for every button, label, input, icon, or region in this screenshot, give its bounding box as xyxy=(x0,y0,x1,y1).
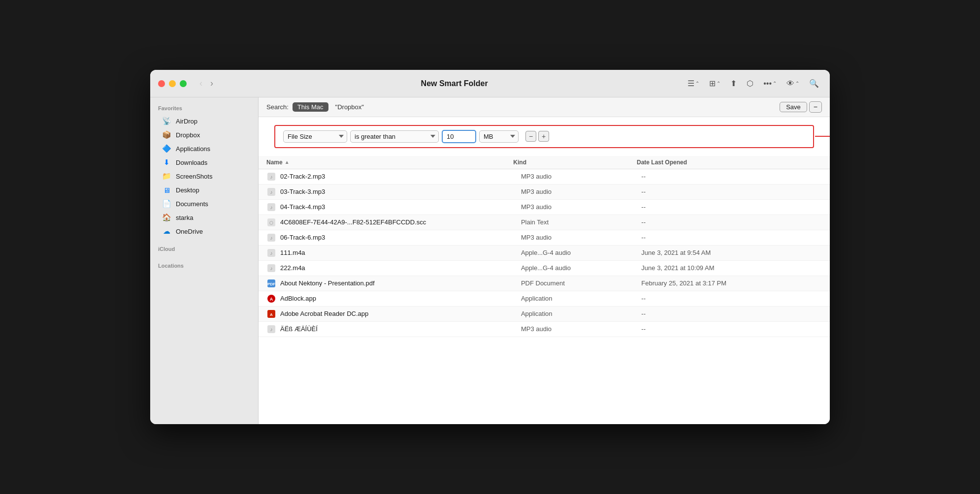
sidebar-label-desktop: Desktop xyxy=(176,186,199,194)
sidebar-item-desktop[interactable]: 🖥 Desktop xyxy=(154,183,254,197)
file-name: ÄËß ÆÄÍÙÈÍ xyxy=(280,325,521,333)
back-button[interactable]: ‹ xyxy=(196,76,205,91)
filter-minus-button[interactable]: − xyxy=(525,131,536,142)
file-date: -- xyxy=(641,173,822,180)
filter-value-input[interactable] xyxy=(442,130,476,143)
save-button[interactable]: Save xyxy=(780,102,807,112)
file-list: Name ▲ Kind Date Last Opened ♪02-Track-2… xyxy=(259,156,830,424)
search-minus-button[interactable]: − xyxy=(809,101,822,113)
table-row[interactable]: AAdBlock.appApplication-- xyxy=(259,291,830,307)
filter-unit-select[interactable]: MB KB GB xyxy=(479,130,519,143)
file-name: 02-Track-2.mp3 xyxy=(280,173,521,180)
eye-chevron: ⌃ xyxy=(795,81,799,86)
filter-plus-button[interactable]: + xyxy=(538,131,549,142)
file-name: Adobe Acrobat Reader DC.app xyxy=(280,310,521,317)
sidebar-item-applications[interactable]: 🔷 Applications xyxy=(154,142,254,155)
table-row[interactable]: ♪03-Track-3.mp3MP3 audio-- xyxy=(259,185,830,200)
sidebar-label-airdrop: AirDrop xyxy=(176,118,197,125)
arrow-line xyxy=(815,136,830,137)
eye-button[interactable]: 👁 ⌃ xyxy=(784,77,802,90)
dropbox-icon: 📦 xyxy=(162,130,171,139)
share-button[interactable]: ⬆ xyxy=(727,77,740,90)
sidebar-item-home[interactable]: 🏠 starka xyxy=(154,211,254,224)
filter-attribute-select[interactable]: File Size xyxy=(283,130,347,143)
traffic-lights xyxy=(158,80,187,87)
filter-condition-select[interactable]: is greater than xyxy=(350,130,439,143)
maximize-button[interactable] xyxy=(180,80,187,87)
file-kind: MP3 audio xyxy=(521,234,641,241)
minimize-button[interactable] xyxy=(169,80,176,87)
col-header-date[interactable]: Date Last Opened xyxy=(637,159,822,166)
dropbox-button[interactable]: "Dropbox" xyxy=(332,102,367,112)
sidebar-item-airdrop[interactable]: 📡 AirDrop xyxy=(154,114,254,128)
list-view-icon: ☰ xyxy=(687,79,694,88)
title-bar: ‹ › New Smart Folder ☰ ⌃ ⊞ ⌃ ⬆ ⬡ ••• ⌃ xyxy=(150,70,830,97)
grid-view-icon: ⊞ xyxy=(709,79,716,88)
sidebar-item-downloads[interactable]: ⬇ Downloads xyxy=(154,155,254,169)
file-kind: Apple...G-4 audio xyxy=(521,264,641,272)
svg-text:♪: ♪ xyxy=(270,250,273,256)
home-icon: 🏠 xyxy=(162,213,171,222)
table-row[interactable]: ♪222.m4aApple...G-4 audioJune 3, 2021 at… xyxy=(259,261,830,276)
file-kind: Plain Text xyxy=(521,218,641,226)
table-row[interactable]: ♪06-Track-6.mp3MP3 audio-- xyxy=(259,230,830,246)
table-row[interactable]: PDFAbout Nektony - Presentation.pdfPDF D… xyxy=(259,276,830,291)
file-kind: Apple...G-4 audio xyxy=(521,249,641,256)
sidebar-section-icloud: iCloud xyxy=(150,244,258,255)
file-icon: ♪ xyxy=(266,187,276,197)
file-icon: ♪ xyxy=(266,202,276,212)
list-view-button[interactable]: ☰ ⌃ xyxy=(685,77,702,90)
table-row[interactable]: ♪02-Track-2.mp3MP3 audio-- xyxy=(259,169,830,185)
more-chevron: ⌃ xyxy=(773,81,777,86)
toolbar-right: ☰ ⌃ ⊞ ⌃ ⬆ ⬡ ••• ⌃ 👁 ⌃ 🔍 xyxy=(685,77,822,90)
file-icon: ♪ xyxy=(266,263,276,273)
grid-view-button[interactable]: ⊞ ⌃ xyxy=(706,77,723,90)
file-date: -- xyxy=(641,203,822,211)
table-row[interactable]: ♪ÄËß ÆÄÍÙÈÍMP3 audio-- xyxy=(259,322,830,337)
file-kind: MP3 audio xyxy=(521,188,641,195)
file-date: February 25, 2021 at 3:17 PM xyxy=(641,279,822,287)
svg-text:♪: ♪ xyxy=(270,266,273,271)
file-name: 06-Track-6.mp3 xyxy=(280,234,521,241)
file-name: 222.m4a xyxy=(280,264,521,272)
file-date: -- xyxy=(641,295,822,302)
screenshots-icon: 📁 xyxy=(162,172,171,181)
filter-actions: − + xyxy=(525,131,549,142)
close-button[interactable] xyxy=(158,80,165,87)
tag-button[interactable]: ⬡ xyxy=(744,77,756,90)
table-row[interactable]: ♪111.m4aApple...G-4 audioJune 3, 2021 at… xyxy=(259,246,830,261)
sidebar-label-home: starka xyxy=(176,214,193,221)
forward-button[interactable]: › xyxy=(207,76,216,91)
file-date: -- xyxy=(641,234,822,241)
svg-text:♪: ♪ xyxy=(270,327,273,332)
sidebar-label-downloads: Downloads xyxy=(176,159,207,166)
file-name: About Nektony - Presentation.pdf xyxy=(280,279,521,287)
svg-text:♪: ♪ xyxy=(270,235,273,241)
file-name: AdBlock.app xyxy=(280,295,521,302)
svg-text:♪: ♪ xyxy=(270,205,273,210)
search-button[interactable]: 🔍 xyxy=(806,77,822,90)
more-button[interactable]: ••• ⌃ xyxy=(760,77,780,90)
this-mac-button[interactable]: This Mac xyxy=(293,102,328,112)
documents-icon: 📄 xyxy=(162,199,171,208)
col-header-name[interactable]: Name ▲ xyxy=(266,159,513,166)
col-header-kind[interactable]: Kind xyxy=(513,159,637,166)
onedrive-icon: ☁ xyxy=(162,227,171,236)
sidebar-item-onedrive[interactable]: ☁ OneDrive xyxy=(154,224,254,238)
file-icon: PDF xyxy=(266,278,276,288)
file-date: June 3, 2021 at 10:09 AM xyxy=(641,264,822,272)
sidebar-label-documents: Documents xyxy=(176,200,208,208)
sidebar-item-screenshots[interactable]: 📁 ScreenShots xyxy=(154,169,254,183)
sidebar-item-documents[interactable]: 📄 Documents xyxy=(154,197,254,211)
content-area: Search: This Mac "Dropbox" Save − File S… xyxy=(259,97,830,424)
sidebar-item-dropbox[interactable]: 📦 Dropbox xyxy=(154,128,254,142)
downloads-icon: ⬇ xyxy=(162,158,171,167)
file-date: -- xyxy=(641,188,822,195)
red-arrow xyxy=(815,133,830,140)
file-kind: Application xyxy=(521,295,641,302)
search-actions: Save − xyxy=(780,101,822,113)
table-row[interactable]: ♪04-Track-4.mp3MP3 audio-- xyxy=(259,200,830,215)
table-row[interactable]: AAdobe Acrobat Reader DC.appApplication-… xyxy=(259,307,830,322)
more-icon: ••• xyxy=(763,79,772,88)
table-row[interactable]: ⬡4C6808EF-7E44-42A9-...F82-512EF4BFCCDD.… xyxy=(259,215,830,230)
